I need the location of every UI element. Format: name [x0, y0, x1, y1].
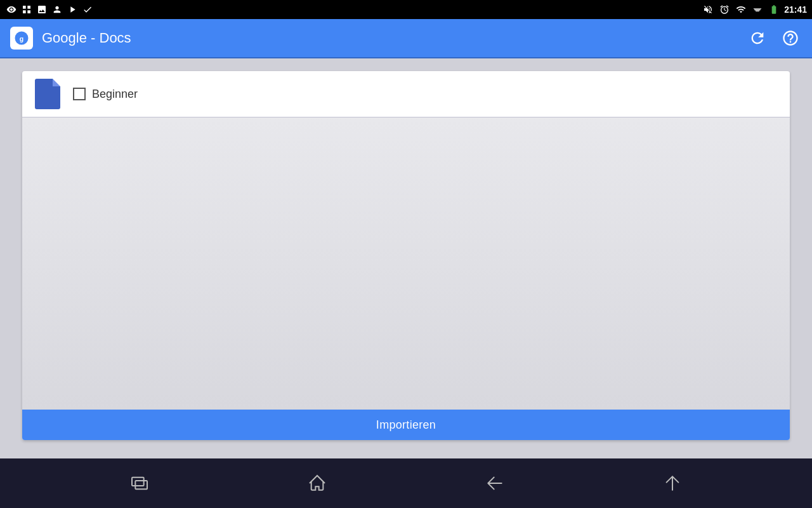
import-button[interactable]: Importieren	[22, 410, 790, 440]
app-logo: g	[10, 27, 33, 50]
status-bar: 21:41	[0, 0, 812, 19]
cellular-icon	[751, 3, 764, 16]
status-icons-left	[5, 3, 94, 16]
battery-icon	[768, 3, 780, 16]
svg-rect-2	[132, 478, 144, 486]
alarm-icon	[718, 3, 731, 16]
wifi-icon	[735, 3, 747, 16]
card-header: Beginner	[22, 71, 790, 117]
recent-apps-button[interactable]	[124, 467, 155, 499]
app-bar: g Google - Docs	[0, 19, 812, 57]
back-button[interactable]	[479, 467, 511, 499]
mute-icon	[702, 3, 714, 16]
beginner-label: Beginner	[92, 88, 138, 101]
eye-icon	[5, 3, 18, 16]
beginner-checkbox-row[interactable]: Beginner	[73, 88, 138, 101]
grid-icon	[20, 3, 33, 16]
home-button[interactable]	[301, 467, 333, 499]
refresh-button[interactable]	[746, 27, 769, 50]
document-icon	[35, 79, 60, 109]
person-icon	[51, 3, 63, 16]
up-button[interactable]	[657, 467, 688, 499]
svg-rect-3	[135, 481, 147, 489]
beginner-checkbox[interactable]	[73, 88, 86, 100]
help-button[interactable]	[779, 27, 802, 50]
check-icon	[81, 3, 94, 16]
play-icon	[66, 3, 79, 16]
card: Beginner Importieren	[22, 71, 790, 440]
status-time: 21:41	[784, 4, 807, 15]
svg-text:g: g	[20, 35, 23, 43]
image-icon	[36, 3, 48, 16]
main-content: Beginner Importieren	[0, 58, 812, 458]
status-right: 21:41	[702, 3, 807, 16]
app-title: Google - Docs	[42, 30, 746, 46]
bottom-nav-bar	[0, 458, 812, 508]
card-body	[22, 117, 790, 410]
app-bar-actions	[746, 27, 802, 50]
